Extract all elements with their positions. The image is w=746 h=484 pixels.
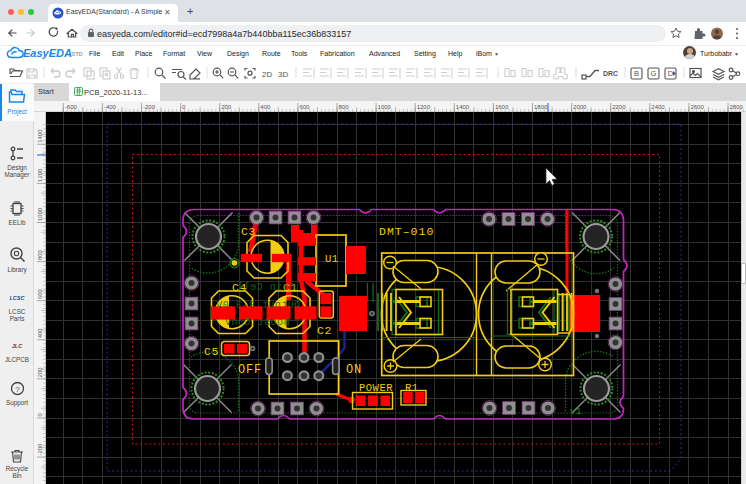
svg-text:800: 800 bbox=[339, 104, 350, 110]
svg-text:Output 3–3.0V: Output 3–3.0V bbox=[216, 300, 301, 311]
svg-text:Coin Cell: Coin Cell bbox=[237, 282, 296, 293]
svg-text:2400: 2400 bbox=[651, 104, 665, 110]
svg-text:200: 200 bbox=[221, 104, 232, 110]
svg-text:1600: 1600 bbox=[495, 104, 509, 110]
svg-text:DRC: DRC bbox=[603, 70, 618, 77]
svg-text:OFF: OFF bbox=[238, 363, 262, 377]
svg-text:POWER: POWER bbox=[359, 382, 393, 394]
svg-text:1200: 1200 bbox=[37, 168, 43, 182]
svg-text:1000: 1000 bbox=[37, 207, 43, 221]
svg-text:-200: -200 bbox=[143, 104, 156, 110]
svg-text:2000: 2000 bbox=[573, 104, 587, 110]
svg-text:-600: -600 bbox=[65, 104, 78, 110]
svg-text:1800: 1800 bbox=[534, 104, 548, 110]
svg-text:600: 600 bbox=[37, 289, 43, 300]
svg-text:-400: -400 bbox=[104, 104, 117, 110]
svg-text:DMT–010: DMT–010 bbox=[379, 225, 434, 238]
svg-text:1400: 1400 bbox=[456, 104, 470, 110]
svg-text:C3: C3 bbox=[241, 225, 256, 238]
svg-text:2D: 2D bbox=[262, 70, 272, 79]
svg-text:600: 600 bbox=[299, 104, 310, 110]
svg-text:2200: 2200 bbox=[612, 104, 626, 110]
svg-text:STD: STD bbox=[72, 51, 83, 57]
svg-text:v1: v1 bbox=[570, 407, 582, 417]
svg-text:ON: ON bbox=[346, 363, 362, 377]
svg-text:G: G bbox=[651, 69, 657, 78]
svg-text:B: B bbox=[634, 69, 639, 78]
svg-text:R1: R1 bbox=[405, 382, 419, 394]
svg-text:EasyEDA: EasyEDA bbox=[23, 47, 72, 59]
svg-text:U1: U1 bbox=[325, 253, 339, 265]
svg-text:D: D bbox=[668, 69, 674, 78]
svg-text:400: 400 bbox=[37, 328, 43, 339]
svg-text:C5: C5 bbox=[204, 345, 219, 358]
svg-text:400: 400 bbox=[260, 104, 271, 110]
svg-text:-200: -200 bbox=[37, 443, 43, 456]
svg-text:2600: 2600 bbox=[690, 104, 704, 110]
svg-text:Boost Conv: Boost Conv bbox=[224, 317, 289, 328]
svg-text:800: 800 bbox=[37, 249, 43, 260]
svg-text:3D: 3D bbox=[278, 70, 288, 79]
svg-text:1000: 1000 bbox=[378, 104, 392, 110]
svg-text:200: 200 bbox=[37, 367, 43, 378]
svg-text:1400: 1400 bbox=[37, 129, 43, 143]
svg-text:?: ? bbox=[15, 385, 20, 394]
svg-text:1200: 1200 bbox=[417, 104, 431, 110]
svg-text:C2: C2 bbox=[317, 324, 332, 337]
svg-text:2800: 2800 bbox=[730, 104, 744, 110]
